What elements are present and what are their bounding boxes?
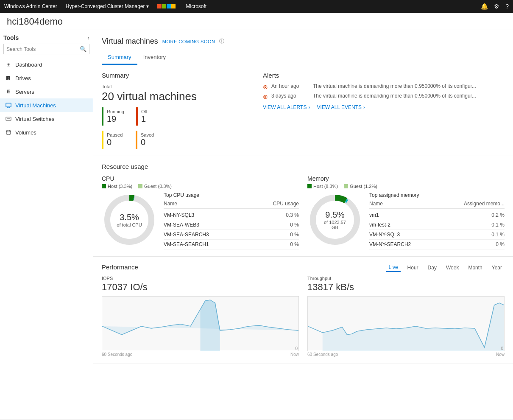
throughput-label: Throughput (307, 276, 505, 281)
tab-summary[interactable]: Summary (102, 50, 137, 65)
memory-table-header: Name Assigned memo... (369, 201, 505, 209)
total-label: Total (102, 84, 263, 89)
perf-btn-day[interactable]: Day (425, 264, 439, 272)
sidebar-item-servers[interactable]: 🖥 Servers (0, 85, 93, 98)
memory-resource-columns: 9.5% of 1023.57 GB Top assigned memory N… (307, 192, 505, 249)
summary-grid: Summary Total 20 virtual machines Runnin… (102, 72, 505, 149)
cpu-label: CPU (102, 175, 299, 182)
sidebar-item-dashboard[interactable]: ⊞ Dashboard (0, 58, 93, 71)
sidebar-item-label: Volumes (15, 129, 36, 136)
cpu-percentage: 3.5% (117, 213, 142, 222)
throughput-chart-labels: 60 Seconds ago Now (307, 352, 505, 357)
running-stat: Running 19 (102, 107, 128, 126)
svg-point-3 (6, 130, 11, 132)
summary-alerts-section: Summary Total 20 virtual machines Runnin… (93, 65, 513, 156)
iops-chart-labels: 60 Seconds ago Now (102, 352, 299, 357)
notification-icon[interactable]: 🔔 (481, 3, 488, 10)
memory-guest-legend: Guest (1.2%) (344, 184, 377, 189)
summary-panel: Summary Total 20 virtual machines Runnin… (102, 72, 263, 149)
sidebar-header: Tools ‹ (0, 30, 93, 44)
chart-zero-throughput: 0 (501, 346, 503, 351)
sidebar-item-label: Dashboard (15, 62, 42, 68)
perf-btn-week[interactable]: Week (443, 264, 461, 272)
sidebar-item-label: Virtual Switches (15, 116, 54, 122)
view-all-events-link[interactable]: VIEW ALL EVENTS › (317, 104, 365, 110)
topbar-app: Hyper-Converged Cluster Manager ▾ (66, 3, 149, 9)
memory-usage-table: Name Assigned memo... vm1 0.2 % vm-test-… (369, 201, 505, 249)
info-icon: ⓘ (219, 38, 224, 45)
search-input[interactable] (4, 45, 77, 54)
perf-btn-month[interactable]: Month (466, 264, 485, 272)
memory-col-name: Name (369, 201, 383, 207)
topbar-icons: 🔔 ⚙ ? (481, 3, 509, 10)
throughput-x-start: 60 Seconds ago (307, 352, 338, 357)
perf-btn-live[interactable]: Live (386, 263, 401, 272)
volumes-icon (5, 129, 12, 136)
performance-title: Performance (102, 263, 138, 271)
vm-icon (5, 102, 12, 109)
cpu-col-metric: CPU usage (273, 201, 299, 207)
memory-panel: Memory Host (8.3%) Guest (1.2%) (307, 175, 505, 249)
help-icon[interactable]: ? (505, 3, 509, 10)
alert-time-1: An hour ago (271, 83, 309, 89)
tabs: Summary Inventory (102, 50, 505, 65)
memory-table-title: Top assigned memory (369, 192, 505, 198)
cpu-row-2: VM-SEA-SEARCH3 0 % (164, 230, 299, 240)
perf-btn-year[interactable]: Year (489, 264, 505, 272)
resource-row: CPU Host (3.3%) Guest (0.3%) (102, 175, 505, 249)
throughput-x-end: Now (496, 352, 505, 357)
saved-label: Saved (141, 132, 158, 137)
cpu-sub: of total CPU (117, 222, 142, 227)
cpu-donut: 3.5% of total CPU (102, 192, 157, 247)
sidebar-item-virtual-switches[interactable]: Virtual Switches (0, 112, 93, 126)
search-box: 🔍 (3, 44, 89, 54)
alert-links: VIEW ALL ALERTS › VIEW ALL EVENTS › (263, 104, 505, 110)
sidebar-item-label: Drives (15, 75, 31, 81)
memory-host-dot (307, 184, 312, 188)
cpu-resource-columns: 3.5% of total CPU Top CPU usage Name CPU… (102, 192, 299, 249)
chart-zero-iops: 0 (295, 346, 298, 351)
settings-icon[interactable]: ⚙ (494, 3, 499, 10)
microsoft-logo (157, 4, 176, 8)
alerts-panel: Alerts ⊗ An hour ago The virtual machine… (263, 72, 505, 149)
resource-usage-section: Resource usage CPU Host (3.3%) Guest (0.… (93, 156, 513, 257)
tab-inventory[interactable]: Inventory (137, 50, 172, 65)
memory-row-1: vm-test-2 0.1 % (369, 220, 505, 230)
running-label: Running (107, 109, 124, 114)
perf-btn-hour[interactable]: Hour (405, 264, 421, 272)
memory-donut: 9.5% of 1023.57 GB (307, 192, 362, 247)
memory-host-legend: Host (8.3%) (307, 184, 338, 189)
svg-rect-0 (6, 103, 11, 107)
memory-table-wrap: Top assigned memory Name Assigned memo..… (369, 192, 505, 249)
saved-value: 0 (141, 137, 158, 147)
memory-row-3: VM-NY-SEARCH2 0 % (369, 240, 505, 249)
sidebar-collapse-button[interactable]: ‹ (87, 34, 89, 41)
content-header: Virtual machines MORE COMING SOON ⓘ (93, 30, 513, 46)
sidebar-item-drives[interactable]: 🖪 Drives (0, 71, 93, 85)
iops-value: 17037 IO/s (102, 282, 299, 293)
cpu-table-header: Name CPU usage (164, 201, 299, 209)
topbar-app-name: Hyper-Converged Cluster Manager (66, 3, 145, 9)
sidebar-title: Tools (3, 34, 19, 41)
topbar: Windows Admin Center Hyper-Converged Clu… (0, 0, 513, 13)
alert-row-1: ⊗ An hour ago The virtual machine is dem… (263, 83, 505, 90)
memory-row-2: VM-NY-SQL3 0.1 % (369, 230, 505, 240)
cpu-table-title: Top CPU usage (164, 192, 299, 198)
iops-label: IOPS (102, 276, 299, 281)
paused-stat: Paused 0 (102, 131, 127, 149)
cpu-donut-center: 3.5% of total CPU (117, 213, 142, 227)
topbar-chevron[interactable]: ▾ (146, 3, 149, 9)
microsoft-label: Microsoft (186, 3, 206, 9)
sidebar-item-volumes[interactable]: Volumes (0, 126, 93, 139)
alert-row-2: ⊗ 3 days ago The virtual machine is dema… (263, 93, 505, 100)
saved-stat: Saved 0 (136, 131, 161, 149)
sidebar-item-virtual-machines[interactable]: Virtual Machines (0, 98, 93, 112)
search-icon: 🔍 (77, 44, 89, 54)
cpu-table-wrap: Top CPU usage Name CPU usage VM-NY-SQL3 … (164, 192, 299, 249)
iops-chart: 0 (102, 296, 299, 351)
view-all-alerts-link[interactable]: VIEW ALL ALERTS › (263, 104, 310, 110)
cpu-col-name: Name (164, 201, 177, 207)
vm-count: 20 virtual machines (102, 90, 263, 103)
memory-sub: of 1023.57 GB (321, 220, 349, 230)
paused-label: Paused (107, 132, 124, 137)
